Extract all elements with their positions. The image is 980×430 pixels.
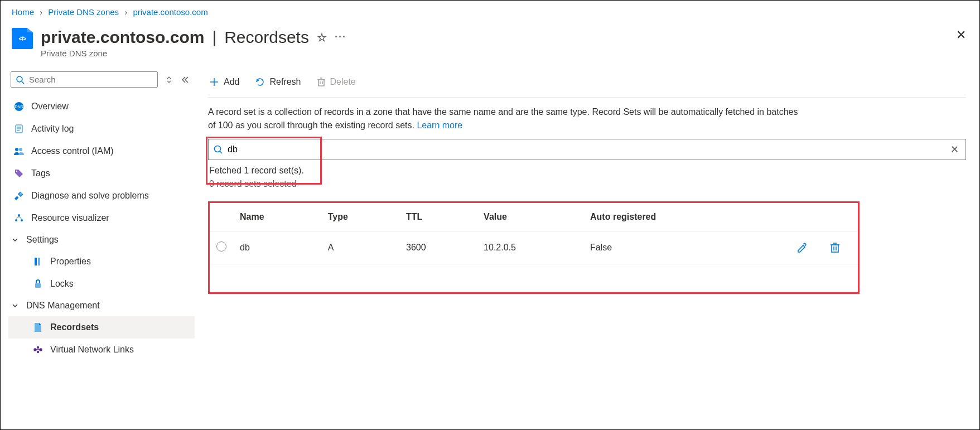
svg-rect-17	[38, 258, 40, 265]
records-search[interactable]: ✕	[208, 139, 966, 160]
svg-point-21	[37, 347, 39, 349]
sidebar-item-label: Properties	[50, 257, 91, 267]
breadcrumb-home[interactable]: Home	[12, 7, 34, 17]
page-subtitle: Private DNS zone	[41, 49, 968, 58]
refresh-button[interactable]: Refresh	[254, 75, 302, 89]
page-section: Recordsets	[224, 28, 309, 46]
more-button[interactable]: ···	[335, 32, 346, 43]
toolbar: Add Refresh Delete	[208, 69, 966, 98]
table-header-row: Name Type TTL Value Auto registered	[210, 203, 858, 231]
lock-icon	[32, 278, 44, 289]
log-icon	[13, 123, 25, 134]
sidebar-item-recordsets[interactable]: Recordsets	[8, 316, 195, 339]
sidebar-item-label: Tags	[31, 168, 50, 178]
svg-line-32	[220, 151, 222, 153]
sidebar-section-settings[interactable]: Settings	[8, 229, 195, 250]
clear-search-button[interactable]: ✕	[948, 143, 961, 156]
sidebar-item-diagnose[interactable]: Diagnose and solve problems	[8, 185, 195, 207]
sidebar-item-resource-visualizer[interactable]: Resource visualizer	[8, 207, 195, 229]
svg-rect-33	[832, 245, 838, 252]
sidebar-search-input[interactable]	[29, 75, 153, 84]
visualizer-icon	[13, 212, 25, 224]
add-button[interactable]: Add	[208, 75, 240, 89]
breadcrumb-current[interactable]: private.contoso.com	[133, 7, 207, 17]
col-name[interactable]: Name	[233, 203, 321, 231]
sidebar-item-label: Diagnose and solve problems	[31, 191, 149, 201]
people-icon	[13, 146, 25, 157]
sidebar-item-label: Virtual Network Links	[50, 345, 134, 355]
delete-row-icon[interactable]	[830, 242, 840, 253]
recordsets-icon	[32, 322, 44, 333]
col-type[interactable]: Type	[321, 203, 399, 231]
chevron-down-icon	[12, 236, 22, 243]
edit-icon[interactable]	[796, 242, 808, 253]
properties-icon	[32, 256, 44, 267]
svg-point-9	[19, 148, 22, 151]
svg-rect-26	[318, 80, 324, 86]
network-links-icon	[32, 344, 44, 355]
breadcrumb-sep: ›	[40, 7, 42, 17]
svg-point-12	[15, 219, 17, 221]
sidebar-item-label: Activity log	[31, 124, 74, 134]
breadcrumb-zones[interactable]: Private DNS zones	[48, 7, 119, 17]
table-row[interactable]: db A 3600 10.2.0.5 False	[210, 231, 858, 264]
fetched-status: Fetched 1 record set(s).	[208, 160, 966, 178]
expand-icon[interactable]	[166, 75, 172, 85]
col-ttl[interactable]: TTL	[399, 203, 477, 231]
sidebar-item-label: Locks	[50, 279, 74, 289]
sidebar-item-tags[interactable]: Tags	[8, 162, 195, 185]
search-icon	[16, 75, 25, 84]
sidebar-item-vnl[interactable]: Virtual Network Links	[8, 339, 195, 361]
row-checkbox[interactable]	[216, 241, 226, 252]
sidebar-item-properties[interactable]: Properties	[8, 250, 195, 273]
selected-status: 0 record sets selected	[208, 178, 966, 198]
svg-rect-18	[35, 283, 41, 288]
tag-icon	[13, 168, 25, 179]
highlight-overlay-table: Name Type TTL Value Auto registered db A…	[208, 201, 860, 294]
svg-point-8	[15, 148, 18, 151]
close-button[interactable]: ✕	[956, 28, 966, 42]
sidebar-item-access-control[interactable]: Access control (IAM)	[8, 140, 195, 162]
svg-line-14	[16, 216, 19, 219]
sidebar-search[interactable]	[11, 71, 158, 88]
svg-point-22	[37, 351, 39, 353]
description-text: A record set is a collection of records …	[208, 98, 799, 137]
table-filler	[210, 264, 858, 292]
globe-icon: DNS	[13, 101, 25, 112]
section-label: Settings	[26, 235, 59, 245]
svg-line-1	[22, 81, 24, 84]
svg-point-31	[215, 146, 221, 152]
svg-point-0	[17, 76, 22, 82]
svg-text:DNS: DNS	[15, 105, 23, 109]
sidebar-item-label: Recordsets	[50, 322, 99, 332]
col-auto[interactable]: Auto registered	[583, 203, 769, 231]
sidebar-item-label: Access control (IAM)	[31, 146, 114, 156]
sidebar-section-dns[interactable]: DNS Management	[8, 295, 195, 316]
svg-point-13	[21, 219, 23, 221]
page-title: private.contoso.com	[41, 28, 204, 46]
title-separator: |	[212, 28, 216, 46]
main-content: Add Refresh Delete A record set is a col…	[195, 69, 979, 430]
sidebar-item-overview[interactable]: DNS Overview	[8, 95, 195, 118]
section-label: DNS Management	[26, 301, 100, 311]
svg-line-15	[19, 216, 22, 219]
button-label: Refresh	[269, 77, 301, 87]
records-search-input[interactable]	[223, 144, 948, 154]
svg-point-11	[18, 214, 20, 216]
cell-ttl: 3600	[399, 231, 477, 264]
learn-more-link[interactable]: Learn more	[417, 120, 462, 130]
cell-auto: False	[583, 231, 769, 264]
favorite-button[interactable]: ☆	[317, 31, 327, 44]
collapse-sidebar-icon[interactable]	[180, 75, 189, 84]
sidebar-item-locks[interactable]: Locks	[8, 273, 195, 295]
col-value[interactable]: Value	[477, 203, 583, 231]
sidebar-item-activity-log[interactable]: Activity log	[8, 118, 195, 140]
delete-button: Delete	[316, 75, 357, 89]
trash-icon	[317, 77, 326, 87]
plus-icon	[209, 77, 219, 87]
search-icon	[213, 144, 223, 154]
button-label: Delete	[330, 77, 356, 87]
cell-value: 10.2.0.5	[477, 231, 583, 264]
cell-name: db	[233, 231, 321, 264]
svg-point-10	[16, 171, 17, 172]
